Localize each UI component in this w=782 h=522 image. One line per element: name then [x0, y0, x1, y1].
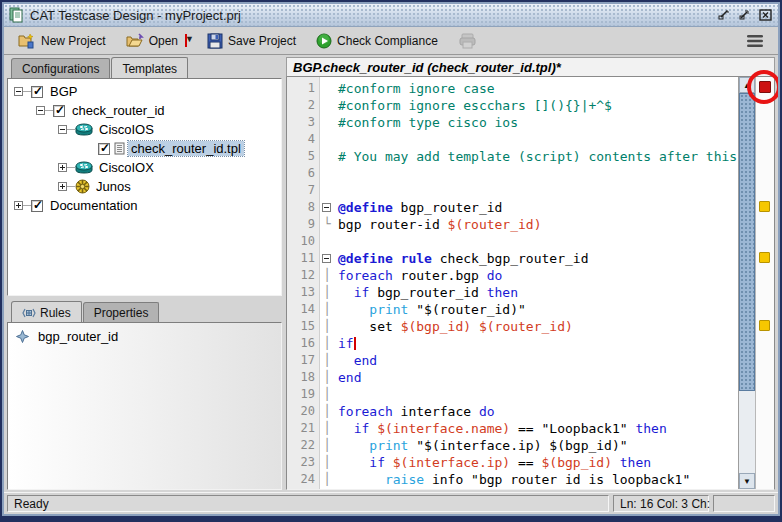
code-line[interactable]: @define rule check_bgp_router_id — [338, 250, 738, 267]
toolbar: New Project Open ▼ Sa — [4, 27, 778, 55]
new-project-icon — [18, 33, 36, 49]
tree-node-check-router-id[interactable]: check_router_id — [10, 101, 279, 120]
junos-icon — [75, 179, 90, 194]
code-line[interactable]: end — [338, 369, 738, 386]
check-compliance-label: Check Compliance — [337, 34, 438, 48]
code-line[interactable]: foreach router.bgp do — [338, 267, 738, 284]
code-line[interactable]: #conform type cisco ios — [338, 114, 738, 131]
editor-title: BGP.check_router_id (check_router_id.tpl… — [286, 57, 775, 77]
code-line[interactable]: raise info "bgp router id is loopback1" — [338, 471, 738, 488]
node-checkbox[interactable] — [31, 200, 43, 212]
code-line[interactable]: if — [338, 335, 738, 352]
tab-properties[interactable]: Properties — [83, 302, 160, 322]
tree-node-junos[interactable]: Junos — [10, 177, 279, 196]
code-line[interactable]: @define bgp_router_id — [338, 199, 738, 216]
open-button[interactable]: Open ▼ — [120, 31, 193, 50]
code-line[interactable]: # You may add template (script) contents… — [338, 148, 738, 165]
text-cursor — [354, 337, 356, 350]
title-bar[interactable]: CAT Testcase Design - myProject.prj — [4, 4, 778, 27]
scroll-down-icon[interactable]: ▼ — [739, 473, 755, 489]
check-compliance-button[interactable]: Check Compliance — [310, 31, 444, 51]
tree-node-ciscoiox[interactable]: CiscoIOX — [10, 158, 279, 177]
tree-node-check-router-id-tpl[interactable]: check_router_id.tpl — [10, 139, 279, 158]
list-item-bgp_router_id[interactable]: bgp_router_id — [10, 327, 279, 345]
code-line[interactable] — [338, 182, 738, 199]
status-extra — [713, 495, 775, 512]
node-checkbox[interactable] — [53, 105, 65, 117]
scrollbar-thumb[interactable] — [739, 93, 755, 391]
code-line[interactable]: if $(interface.ip) == $(bgp_id) then — [338, 454, 738, 471]
collapse-icon[interactable] — [36, 106, 45, 115]
marker-column[interactable] — [755, 77, 774, 489]
line-number: 19 — [287, 386, 315, 403]
code-line[interactable] — [338, 165, 738, 182]
fold-line-icon: │ — [320, 454, 334, 471]
code-line[interactable]: #conform ignore escchars [](){}|+^$ — [338, 97, 738, 114]
code-line[interactable]: print "$(router_id)" — [338, 301, 738, 318]
fold-empty — [320, 182, 334, 199]
code-line[interactable]: foreach interface do — [338, 403, 738, 420]
tree-node-bgp[interactable]: BGP — [10, 82, 279, 101]
expand-icon[interactable] — [58, 163, 67, 172]
warning-marker[interactable] — [759, 201, 770, 212]
code-line[interactable] — [338, 131, 738, 148]
save-icon — [207, 33, 223, 49]
code-line[interactable]: #conform ignore case — [338, 80, 738, 97]
expand-icon[interactable] — [14, 201, 23, 210]
fold-collapse-icon[interactable] — [322, 254, 331, 263]
line-number: 20 — [287, 403, 315, 420]
warning-marker[interactable] — [759, 252, 770, 263]
fold-line-icon: │ — [320, 318, 334, 335]
open-label: Open — [149, 34, 178, 48]
rules-panel-tabs: Rules Properties — [7, 301, 282, 322]
node-checkbox[interactable] — [31, 86, 43, 98]
fold-empty — [320, 80, 334, 97]
error-marker[interactable] — [759, 81, 771, 93]
vertical-scrollbar[interactable]: ▲ ▼ — [738, 77, 755, 489]
fold-line-icon: │ — [320, 301, 334, 318]
tree-node-documentation[interactable]: Documentation — [10, 196, 279, 215]
tab-configurations[interactable]: Configurations — [11, 58, 110, 78]
node-checkbox[interactable] — [98, 143, 110, 155]
code-line[interactable]: bgp router-id $(router_id) — [338, 216, 738, 233]
code-line[interactable]: print "$(interface.ip) $(bgp_id)" — [338, 437, 738, 454]
code-line[interactable] — [338, 386, 738, 403]
fold-minus-icon[interactable] — [320, 199, 334, 216]
fold-collapse-icon[interactable] — [322, 203, 331, 212]
templates-tree[interactable]: BGPcheck_router_idCiscoIOScheck_router_i… — [8, 79, 281, 295]
expand-icon[interactable] — [58, 182, 67, 191]
status-ready: Ready — [7, 495, 609, 512]
menu-button[interactable] — [740, 32, 770, 50]
code-line[interactable]: if $(interface.name) == "Loopback1" then — [338, 420, 738, 437]
code-line[interactable] — [338, 233, 738, 250]
scroll-up-icon[interactable]: ▲ — [739, 77, 755, 93]
open-folder-icon — [126, 33, 144, 48]
close-icon[interactable] — [757, 8, 774, 23]
line-number: 16 — [287, 335, 315, 352]
code-area[interactable]: #conform ignore case#conform ignore escc… — [334, 77, 738, 489]
fold-column[interactable]: └│││││││││││││ — [320, 77, 334, 489]
tab-templates[interactable]: Templates — [111, 57, 188, 78]
tab-rules[interactable]: Rules — [11, 301, 82, 322]
window-title: CAT Testcase Design - myProject.prj — [30, 8, 241, 23]
maximize-icon[interactable] — [736, 8, 753, 23]
warning-marker[interactable] — [759, 320, 770, 331]
check-compliance-icon — [316, 33, 332, 49]
code-line[interactable]: set $(bgp_id) $(router_id) — [338, 318, 738, 335]
status-cursor-position: Ln: 16 Col: 3 Ch: 3 — [613, 495, 709, 512]
save-project-button[interactable]: Save Project — [201, 31, 302, 51]
tree-node-label: CiscoIOX — [96, 160, 157, 175]
tree-node-ciscoios[interactable]: CiscoIOS — [10, 120, 279, 139]
rules-list[interactable]: bgp_router_id — [8, 323, 281, 489]
line-number: 7 — [287, 182, 315, 199]
minimize-icon[interactable] — [715, 8, 732, 23]
collapse-icon[interactable] — [14, 87, 23, 96]
code-line[interactable]: if bgp_router_id then — [338, 284, 738, 301]
new-project-button[interactable]: New Project — [12, 31, 112, 51]
code-line[interactable]: end — [338, 352, 738, 369]
tree-node-label: Junos — [93, 179, 134, 194]
collapse-icon[interactable] — [58, 125, 67, 134]
fold-minus-icon[interactable] — [320, 250, 334, 267]
scrollbar-track[interactable] — [739, 391, 755, 473]
open-dropdown-icon[interactable]: ▼ — [185, 34, 187, 47]
